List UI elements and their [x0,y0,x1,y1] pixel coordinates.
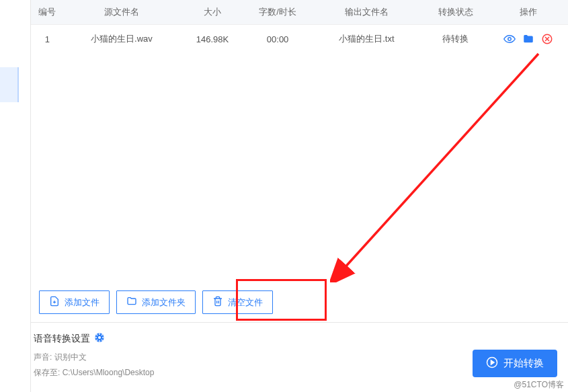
watermark: @51CTO博客 [514,379,564,391]
save-path: C:\Users\Mloong\Desktop [63,368,155,377]
settings-title-label: 语音转换设置 [34,333,90,345]
svg-marker-15 [491,360,495,364]
sidebar-active-indicator [0,67,19,102]
add-file-label: 添加文件 [65,297,99,309]
table-row[interactable]: 1 小猫的生日.wav 146.98K 00:00 小猫的生日.txt 待转换 [31,25,568,54]
col-header-output: 输出文件名 [311,0,423,25]
add-folder-label: 添加文件夹 [142,297,186,309]
play-icon [486,356,498,370]
gear-icon[interactable] [94,332,105,345]
svg-point-0 [508,38,511,41]
cell-output: 小猫的生日.txt [311,25,423,54]
voice-label: 声音: [34,352,52,362]
cell-status: 待转换 [423,25,488,54]
annotation-arrow [330,47,552,282]
folder-icon[interactable] [522,33,534,45]
col-header-size: 大小 [179,0,245,25]
cell-size: 146.98K [179,25,245,54]
col-header-duration: 字数/时长 [245,0,311,25]
trash-icon [212,296,223,309]
file-table: 编号 源文件名 大小 字数/时长 输出文件名 转换状态 操作 1 小猫的生日.w… [31,0,568,53]
settings-section: 语音转换设置 声音: 识别中文 保存至: C:\Users\Mloong\Des… [31,322,568,392]
col-header-ops: 操作 [488,0,568,25]
add-folder-button[interactable]: 添加文件夹 [116,290,196,314]
delete-icon[interactable] [541,33,553,45]
start-convert-label: 开始转换 [503,357,544,370]
sidebar [0,0,30,392]
save-label: 保存至: [34,368,60,377]
svg-line-3 [343,54,538,269]
cell-id: 1 [31,25,64,54]
add-file-button[interactable]: 添加文件 [39,290,110,314]
file-table-area: 编号 源文件名 大小 字数/时长 输出文件名 转换状态 操作 1 小猫的生日.w… [31,0,568,322]
col-header-status: 转换状态 [423,0,488,25]
voice-value: 识别中文 [54,352,87,362]
clear-files-label: 清空文件 [228,297,263,309]
col-header-source: 源文件名 [64,0,180,25]
col-header-id: 编号 [31,0,64,25]
cell-source: 小猫的生日.wav [64,25,180,54]
clear-files-button[interactable]: 清空文件 [202,290,273,314]
svg-point-5 [98,336,101,339]
add-folder-icon [126,296,137,309]
start-convert-button[interactable]: 开始转换 [473,350,557,377]
preview-icon[interactable] [503,33,516,45]
add-file-icon [49,296,60,309]
cell-duration: 00:00 [245,25,311,54]
